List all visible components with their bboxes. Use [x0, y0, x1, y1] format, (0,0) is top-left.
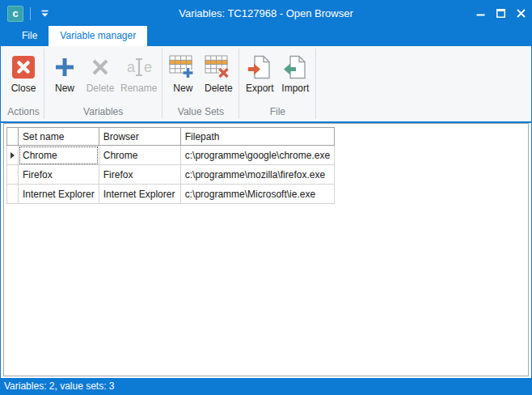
- new-value-set-label: New: [173, 83, 192, 94]
- value-sets-table: Set name Browser Filepath Chrome Chrome …: [6, 127, 335, 204]
- title-bar: c Variables: TC127968 - Open Browser: [1, 1, 531, 26]
- delete-value-set-label: Delete: [205, 83, 233, 94]
- close-variables-button[interactable]: Close: [6, 52, 41, 96]
- row-indicator-cell: [7, 165, 19, 185]
- table-delete-icon: [205, 53, 232, 81]
- column-header-filepath[interactable]: Filepath: [180, 128, 334, 146]
- delete-variable-button[interactable]: Delete: [82, 52, 118, 96]
- cell-filepath[interactable]: c:\programme\Microsoft\ie.exe: [180, 185, 334, 204]
- quick-access-dropdown-icon[interactable]: [40, 10, 49, 18]
- new-value-set-button[interactable]: New: [165, 52, 201, 96]
- row-indicator-header: [7, 128, 19, 146]
- ribbon-group-file: Export Import File: [239, 46, 315, 121]
- ribbon-group-value-sets: New Delete Value Sets: [163, 46, 239, 121]
- app-icon[interactable]: c: [7, 6, 23, 22]
- quick-access-separator: [30, 7, 31, 20]
- import-label: Import: [281, 83, 309, 94]
- tab-file[interactable]: File: [11, 26, 49, 46]
- group-label-file: File: [239, 104, 315, 121]
- tab-variable-manager[interactable]: Variable manager: [49, 26, 147, 46]
- group-separator: [315, 49, 316, 119]
- close-window-icon: [11, 53, 36, 81]
- export-document-icon: [247, 53, 272, 81]
- new-variable-label: New: [55, 83, 74, 94]
- new-variable-button[interactable]: New: [47, 52, 82, 96]
- table-add-icon: [169, 53, 196, 81]
- delete-variable-label: Delete: [87, 83, 115, 94]
- ribbon-tab-strip: File Variable manager: [1, 26, 531, 46]
- current-row-indicator: [7, 146, 19, 165]
- close-button[interactable]: [511, 1, 531, 26]
- maximize-button[interactable]: [491, 1, 511, 26]
- rename-variable-label: Rename: [120, 83, 157, 94]
- ribbon-group-actions: Close Actions: [3, 46, 44, 121]
- column-header-set-name[interactable]: Set name: [19, 128, 99, 146]
- close-button-label: Close: [11, 83, 36, 94]
- window-controls: [471, 1, 531, 26]
- window-title: Variables: TC127968 - Open Browser: [1, 7, 531, 19]
- ribbon: Close Actions New: [1, 46, 531, 123]
- cell-filepath[interactable]: c:\programme\mozilla\firefox.exe: [180, 165, 334, 185]
- svg-text:e: e: [144, 59, 152, 75]
- rename-icon: a e: [125, 53, 154, 81]
- table-header-row: Set name Browser Filepath: [7, 128, 335, 146]
- export-label: Export: [246, 83, 274, 94]
- import-button[interactable]: Import: [277, 52, 313, 96]
- minimize-button[interactable]: [471, 1, 491, 26]
- cell-browser[interactable]: Chrome: [99, 146, 180, 165]
- row-indicator-cell: [7, 185, 19, 204]
- table-row: Chrome Chrome c:\programme\google\chrome…: [7, 146, 335, 165]
- table-row: Internet Explorer Internet Explorer c:\p…: [7, 185, 335, 204]
- group-label-value-sets: Value Sets: [163, 104, 239, 121]
- delete-value-set-button[interactable]: Delete: [201, 52, 236, 96]
- column-header-browser[interactable]: Browser: [99, 128, 180, 146]
- cell-filepath[interactable]: c:\programme\google\chrome.exe: [180, 146, 334, 165]
- svg-text:a: a: [127, 59, 136, 75]
- group-label-variables: Variables: [44, 104, 162, 121]
- app-window: c Variables: TC127968 - Open Browser: [0, 0, 532, 395]
- table-row: Firefox Firefox c:\programme\mozilla\fir…: [7, 165, 335, 185]
- group-label-actions: Actions: [3, 104, 44, 121]
- cell-set-name[interactable]: Internet Explorer: [19, 185, 99, 204]
- import-document-icon: [282, 53, 308, 81]
- cell-set-name[interactable]: Firefox: [19, 165, 99, 185]
- ribbon-group-variables: New Delete a: [44, 46, 162, 121]
- delete-x-icon: [89, 53, 112, 81]
- rename-variable-button[interactable]: a e Rename: [118, 52, 159, 96]
- status-text: Variables: 2, value sets: 3: [4, 380, 115, 392]
- row-arrow-icon: [11, 152, 15, 159]
- plus-icon: [53, 53, 76, 81]
- variable-manager-panel: Set name Browser Filepath Chrome Chrome …: [3, 123, 529, 376]
- export-button[interactable]: Export: [242, 52, 277, 96]
- status-bar: Variables: 2, value sets: 3: [1, 378, 531, 394]
- cell-browser[interactable]: Firefox: [99, 165, 180, 185]
- cell-browser[interactable]: Internet Explorer: [99, 185, 180, 204]
- cell-set-name[interactable]: Chrome: [19, 146, 99, 165]
